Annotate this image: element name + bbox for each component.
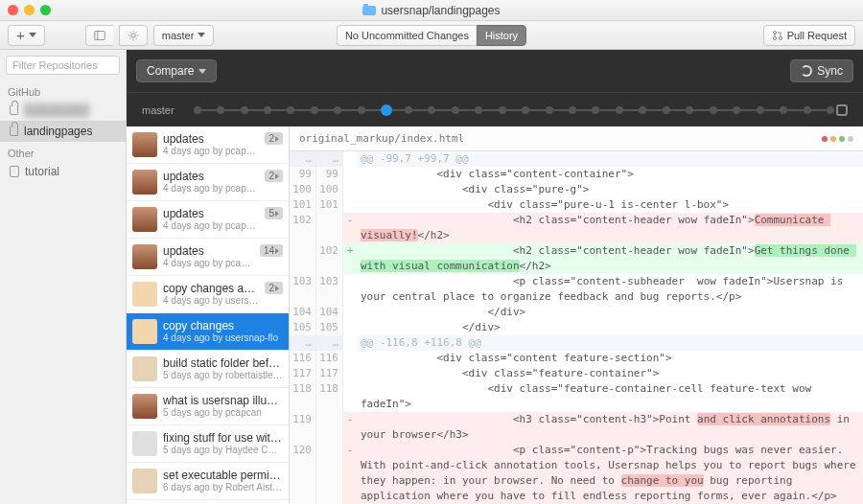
commit-row[interactable]: build static folder before starti…5 days… (127, 351, 289, 388)
timeline-dot[interactable] (287, 106, 294, 114)
commit-row[interactable]: fixing stuff for use with mac5 days ago … (127, 425, 289, 463)
timeline-dot[interactable] (827, 106, 834, 114)
timeline-dot[interactable] (804, 106, 811, 114)
sidebar-toggle-button[interactable] (85, 25, 113, 46)
repo-icon (10, 166, 19, 177)
diff-line: 101101 <div class="pure-u-1 is-center l-… (290, 197, 863, 213)
window-controls[interactable] (8, 5, 51, 15)
timeline-dot[interactable] (522, 106, 529, 114)
chevron-down-icon (198, 33, 205, 37)
diff-panel: original_markup/index.html ……@@ -99,7 +9… (290, 126, 863, 504)
timeline-dot[interactable] (663, 106, 670, 114)
minimize-icon[interactable] (24, 5, 35, 15)
timeline-dot[interactable] (733, 106, 740, 114)
commit-row[interactable]: updates4 days ago by pcapcan2 (127, 164, 289, 201)
timeline-dot[interactable] (194, 106, 201, 114)
window-title: usersnap/landingpages (362, 4, 500, 17)
timeline-dot[interactable] (428, 106, 435, 114)
commit-row[interactable]: updates4 days ago by pcapcan5 (127, 201, 289, 239)
avatar (132, 319, 157, 344)
svg-point-13 (779, 36, 781, 39)
timeline-dot[interactable] (358, 106, 365, 114)
filter-input[interactable]: Filter Repositories (6, 56, 120, 75)
plus-icon: + (16, 28, 25, 42)
panel-icon (94, 30, 105, 41)
timeline-end-icon[interactable] (836, 104, 848, 116)
commit-row[interactable]: what is usersnap illustration5 days ago … (127, 388, 289, 425)
commit-badge: 5 (265, 207, 283, 219)
sidebar-item-label: landingpages (24, 125, 92, 138)
timeline[interactable]: master (127, 92, 863, 126)
view-switcher: No Uncommitted Changes History (337, 25, 526, 46)
tab-history[interactable]: History (477, 25, 526, 46)
file-header[interactable]: original_markup/index.html (290, 126, 863, 151)
svg-rect-0 (95, 31, 105, 39)
commit-title: updates (163, 132, 259, 146)
timeline-dot[interactable] (686, 106, 693, 114)
timeline-dot[interactable] (217, 106, 224, 114)
timeline-dot[interactable] (241, 106, 248, 114)
diff-line: 119- <h3 class="content-h3">Point and cl… (290, 412, 863, 443)
timeline-dot[interactable] (569, 106, 576, 114)
diff-body[interactable]: ……@@ -99,7 +99,7 @@9999 <div class="cont… (290, 151, 863, 504)
timeline-dot[interactable] (452, 106, 459, 114)
commit-meta: 4 days ago by pcapcan (163, 258, 254, 268)
window-title-text: usersnap/landingpages (381, 4, 500, 17)
timeline-dot[interactable] (639, 106, 646, 114)
sync-icon (801, 65, 812, 77)
commit-meta: 5 days ago by robertaistleitner (163, 370, 283, 380)
timeline-dot[interactable] (381, 104, 392, 116)
diff-line: 104104 </div> (290, 305, 863, 320)
commit-list[interactable]: updates4 days ago by pcapcan2updates4 da… (127, 126, 290, 504)
commit-row[interactable]: updates4 days ago by pcapcan14 (127, 239, 289, 276)
timeline-track[interactable] (194, 109, 827, 111)
commit-meta: 4 days ago by pcapcan (163, 220, 259, 231)
svg-point-11 (773, 31, 776, 34)
status-dot (839, 136, 845, 142)
sidebar-item-label: ████████ (24, 103, 89, 117)
diff-line: 9999 <div class="content-container"> (290, 167, 863, 182)
sync-button[interactable]: Sync (790, 59, 853, 82)
timeline-dot[interactable] (264, 106, 271, 114)
zoom-icon[interactable] (40, 5, 51, 15)
commit-meta: 4 days ago by usersnap-flo (163, 332, 283, 343)
add-button[interactable]: + (8, 25, 45, 46)
tab-uncommitted[interactable]: No Uncommitted Changes (337, 25, 477, 46)
pull-request-icon (772, 30, 783, 41)
timeline-dot[interactable] (475, 106, 482, 114)
lock-icon (10, 105, 18, 115)
timeline-dot[interactable] (757, 106, 764, 114)
sidebar-section-header: Other (0, 142, 126, 161)
pull-request-button[interactable]: Pull Request (763, 25, 855, 46)
close-icon[interactable] (8, 5, 18, 15)
timeline-dot[interactable] (780, 106, 787, 114)
toolbar: + master No Uncommitted Changes History … (0, 21, 863, 50)
svg-line-7 (129, 32, 130, 33)
commit-row[interactable]: updates4 days ago by pcapcan2 (127, 126, 289, 164)
timeline-dot[interactable] (405, 106, 412, 114)
timeline-branch: master (142, 104, 175, 116)
commit-row[interactable]: add hugo scaffold to sta…6 days ago by r… (127, 500, 289, 504)
timeline-dot[interactable] (616, 106, 623, 114)
sidebar-item[interactable]: tutorial (0, 161, 126, 182)
avatar (132, 394, 157, 419)
commit-badge: 2 (265, 282, 283, 294)
timeline-dot[interactable] (592, 106, 599, 114)
compare-button[interactable]: Compare (136, 59, 217, 82)
repo-sidebar: Filter Repositories GitHub████████landin… (0, 50, 127, 504)
commit-row[interactable]: copy changes4 days ago by usersnap-flo (127, 313, 289, 351)
commit-title: build static folder before starti… (163, 356, 283, 370)
commit-row[interactable]: set executable permissio…6 days ago by R… (127, 463, 289, 500)
settings-button[interactable] (119, 25, 148, 46)
timeline-dot[interactable] (546, 106, 553, 114)
commit-row[interactable]: copy changes again :)4 days ago by users… (127, 276, 289, 313)
timeline-dot[interactable] (710, 106, 717, 114)
timeline-dot[interactable] (334, 106, 341, 114)
commit-badge: 2 (265, 170, 283, 182)
timeline-dot[interactable] (499, 106, 506, 114)
sidebar-item[interactable]: landingpages (0, 121, 126, 142)
avatar (132, 431, 157, 456)
timeline-dot[interactable] (311, 106, 318, 114)
branch-picker[interactable]: master (153, 25, 215, 46)
sidebar-item[interactable]: ████████ (0, 100, 126, 121)
